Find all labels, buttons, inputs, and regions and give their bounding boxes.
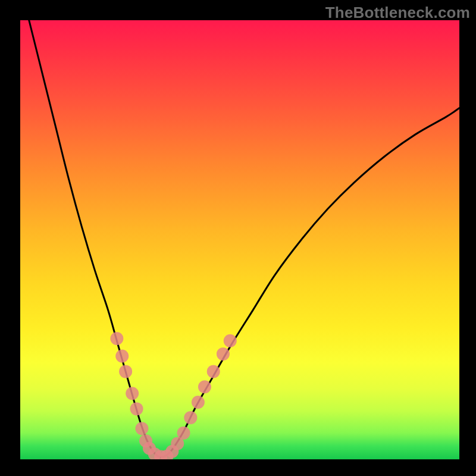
plot-area — [20, 20, 459, 459]
marker-dot — [130, 402, 143, 415]
marker-dot — [110, 332, 123, 345]
marker-dot — [126, 387, 139, 400]
curve-svg — [20, 20, 459, 459]
marker-dot — [135, 422, 148, 435]
marker-dot — [119, 365, 132, 378]
watermark-text: TheBottleneck.com — [325, 4, 470, 22]
highlighted-points — [110, 332, 236, 459]
marker-dot — [224, 334, 237, 347]
marker-dot — [207, 365, 220, 378]
marker-dot — [177, 427, 190, 440]
marker-dot — [192, 396, 205, 409]
bottleneck-curve — [29, 20, 459, 457]
marker-dot — [217, 347, 230, 361]
chart-frame: TheBottleneck.com — [0, 0, 476, 476]
marker-dot — [184, 411, 197, 424]
marker-dot — [198, 380, 211, 393]
marker-dot — [115, 350, 129, 363]
